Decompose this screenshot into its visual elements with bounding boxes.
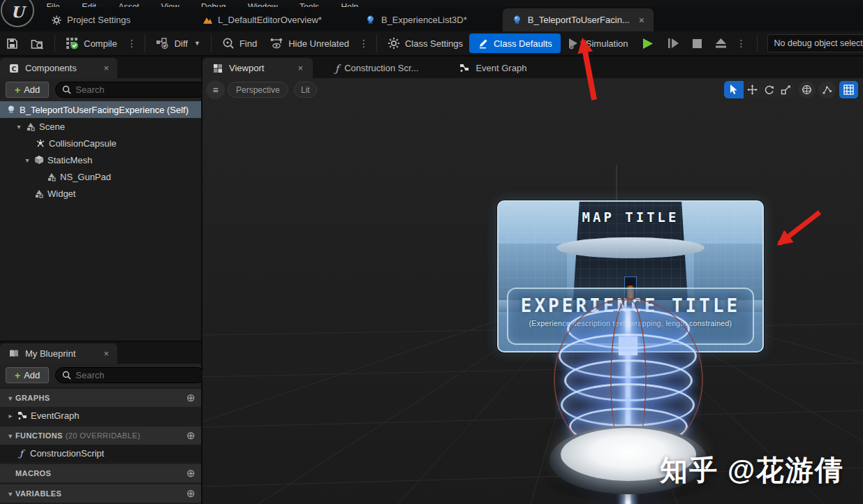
function-icon: ƒ — [15, 448, 27, 459]
hide-unrelated-icon — [270, 37, 283, 50]
caret-down-icon: ▾ — [6, 490, 15, 498]
my-blueprint-tab[interactable]: My Blueprint × — [0, 343, 117, 364]
functions-overridable-note: (20 OVERRIDABLE) — [66, 431, 140, 440]
tab-experience-list-3d[interactable]: B_ExperienceList3D* — [356, 8, 476, 31]
menu-view[interactable]: View — [161, 2, 179, 7]
tab-label: B_ExperienceList3D* — [381, 15, 467, 25]
add-variable-icon[interactable]: ⊕ — [186, 487, 196, 500]
simulation-button[interactable]: Simulation — [561, 33, 635, 54]
watermark: 知乎 @花游倩 — [660, 451, 844, 489]
component-row-static-mesh[interactable]: ▾ StaticMesh — [0, 151, 201, 168]
caret-down-icon: ▾ — [6, 432, 15, 440]
add-function-icon[interactable]: ⊕ — [186, 429, 196, 442]
event-graph-tab[interactable]: Event Graph — [449, 58, 536, 78]
menu-edit[interactable]: Edit — [82, 2, 96, 7]
viewport-3d[interactable]: ≡ Perspective Lit — [202, 78, 863, 504]
components-panel: C Components × + Add — [0, 57, 201, 202]
wireframe-sphere — [202, 78, 863, 504]
viewport-tab[interactable]: Viewport × — [202, 58, 313, 78]
components-icon: C — [8, 63, 20, 74]
camera-icon — [5, 105, 17, 115]
asset-tab-bar: Project Settings L_DefaultEditorOverview… — [0, 7, 863, 31]
caret-down-icon[interactable]: ▾ — [14, 123, 24, 131]
event-graph-row[interactable]: ▸ EventGraph — [0, 407, 201, 424]
class-defaults-label: Class Defaults — [494, 38, 552, 49]
play-button[interactable] — [635, 33, 661, 54]
class-settings-button[interactable]: Class Settings — [381, 33, 469, 54]
tab-level-default-editor-overview[interactable]: L_DefaultEditorOverview* — [193, 8, 331, 31]
simulation-icon — [567, 37, 581, 50]
svg-text:C: C — [12, 65, 17, 72]
my-blueprint-panel: My Blueprint × + Add ▾ GRAPHS — [0, 341, 201, 504]
hide-unrelated-options-button[interactable]: ⋮ — [355, 38, 372, 49]
hide-unrelated-button[interactable]: Hide Unrelated — [263, 33, 355, 54]
stop-button[interactable] — [686, 33, 709, 54]
class-defaults-button[interactable]: Class Defaults — [469, 34, 561, 53]
menu-help[interactable]: Help — [341, 2, 359, 7]
construction-script-row[interactable]: ƒ ConstructionScript — [0, 445, 201, 462]
close-panel-icon[interactable]: × — [103, 63, 109, 73]
components-search[interactable] — [55, 82, 205, 98]
my-blueprint-toolbar: + Add — [0, 364, 201, 387]
menu-window[interactable]: Window — [248, 2, 278, 7]
class-settings-label: Class Settings — [405, 38, 463, 49]
scene-component-icon — [45, 172, 57, 182]
menu-file[interactable]: File — [46, 2, 59, 7]
component-row-collision-capsule[interactable]: CollisionCapsule — [0, 135, 201, 151]
frame-skip-button[interactable] — [661, 33, 686, 54]
search-icon — [62, 85, 71, 94]
play-options-button[interactable]: ⋮ — [733, 38, 750, 49]
tab-project-settings[interactable]: Project Settings — [42, 8, 140, 31]
components-tab-label: Components — [25, 63, 77, 73]
tab-label: B_TeleportToUserFacin... — [528, 15, 630, 25]
component-row-scene[interactable]: ▾ Scene — [0, 118, 201, 135]
macros-section-header[interactable]: MACROS ⊕ — [0, 464, 201, 482]
construction-script-tab[interactable]: ƒ Construction Scr... — [325, 58, 428, 78]
close-tab-icon[interactable]: × — [639, 15, 644, 26]
menu-asset[interactable]: Asset — [118, 2, 139, 7]
static-mesh-icon — [33, 155, 45, 165]
class-defaults-pencil-icon — [478, 38, 489, 49]
diff-icon — [156, 37, 170, 50]
tab-label: L_DefaultEditorOverview* — [218, 15, 322, 25]
compile-button[interactable]: Compile — [59, 33, 124, 54]
functions-section-header[interactable]: ▾ FUNCTIONS (20 OVERRIDABLE) ⊕ — [0, 427, 201, 445]
chevron-down-icon: ▼ — [194, 40, 200, 47]
add-macro-icon[interactable]: ⊕ — [186, 467, 196, 480]
menu-debug[interactable]: Debug — [201, 2, 226, 7]
diff-button[interactable]: Diff ▼ — [149, 33, 207, 54]
stop-icon — [692, 38, 702, 49]
viewport-tab-bar: Viewport × ƒ Construction Scr... Event G… — [202, 57, 863, 78]
menu-tools[interactable]: Tools — [300, 2, 319, 7]
capsule-icon — [34, 138, 46, 149]
save-button[interactable] — [0, 33, 24, 54]
my-blueprint-tab-bar: My Blueprint × — [0, 342, 201, 364]
compile-options-button[interactable]: ⋮ — [124, 38, 140, 49]
hide-unrelated-label: Hide Unrelated — [288, 38, 349, 49]
add-component-button[interactable]: + Add — [6, 82, 49, 98]
close-panel-icon[interactable]: × — [103, 348, 109, 359]
add-graph-icon[interactable]: ⊕ — [186, 392, 196, 404]
close-tab-icon[interactable]: × — [297, 63, 303, 73]
graphs-section-header[interactable]: ▾ GRAPHS ⊕ — [0, 389, 201, 407]
component-row-ns-gunpad[interactable]: NS_GunPad — [0, 168, 201, 185]
component-row-widget[interactable]: Widget — [0, 185, 201, 202]
caret-right-icon[interactable]: ▸ — [6, 412, 15, 420]
components-tab[interactable]: C Components × — [0, 58, 117, 78]
browse-button[interactable] — [24, 33, 50, 54]
my-blueprint-search-input[interactable] — [75, 370, 198, 380]
find-button[interactable]: Find — [216, 33, 263, 54]
component-row-self[interactable]: B_TeleportToUserFacingExperience (Self) — [0, 101, 201, 118]
tab-teleport-to-user-facing-experience[interactable]: B_TeleportToUserFacin... × — [503, 8, 654, 31]
plus-icon: + — [15, 370, 20, 381]
add-blueprint-item-button[interactable]: + Add — [6, 367, 49, 383]
variables-section-header[interactable]: ▾ VARIABLES ⊕ — [0, 484, 201, 503]
my-blueprint-search[interactable] — [55, 367, 205, 383]
level-icon — [202, 15, 213, 26]
class-settings-gear-icon — [388, 37, 400, 50]
scene-component-icon — [33, 188, 45, 199]
components-search-input[interactable] — [75, 84, 198, 95]
debug-object-dropdown[interactable]: No debug object selected — [767, 34, 863, 52]
caret-down-icon[interactable]: ▾ — [22, 156, 32, 164]
eject-button[interactable] — [709, 33, 733, 54]
